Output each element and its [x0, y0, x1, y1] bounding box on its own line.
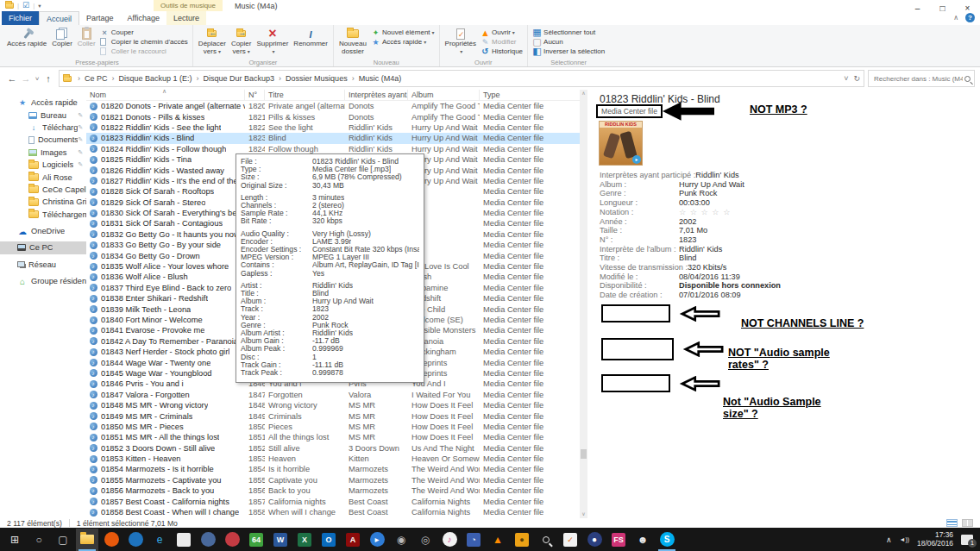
taskbar-icon-x64-app[interactable]: 64: [245, 529, 267, 551]
taskbar-icon-start[interactable]: ⊞: [3, 529, 26, 551]
taskbar-icon-windows-store[interactable]: [173, 529, 195, 551]
quick-access-button[interactable]: Accès rapide ▾: [369, 37, 437, 47]
sidebar-item[interactable]: Réseau: [0, 259, 86, 271]
table-row-01854 Marmozets - Is it horrible[interactable]: 01854 Marmozets - Is it horrible 1854 Is…: [86, 464, 580, 474]
action-center-icon[interactable]: 1: [961, 535, 973, 545]
rename-button[interactable]: Renommer: [291, 26, 330, 58]
explorer-system-icon[interactable]: [5, 3, 14, 9]
taskbar-icon-cd-app[interactable]: ◉: [390, 529, 412, 551]
copy-button[interactable]: Copier: [49, 26, 75, 58]
taskbar-icon-task-view[interactable]: ▢: [52, 529, 74, 551]
taskbar-icon-adobe-reader[interactable]: A: [342, 529, 364, 551]
taskbar-icon-excel[interactable]: X: [293, 529, 316, 551]
search-icon[interactable]: [964, 76, 971, 82]
new-folder-button[interactable]: Nouveau dossier: [336, 26, 369, 58]
taskbar-clock[interactable]: 17:36 18/06/2016: [917, 531, 953, 548]
taskbar-icon-itunes[interactable]: ♪: [438, 529, 461, 551]
breadcrumb[interactable]: › Ce PC › Disque Backup 1 (E:) › Disque …: [59, 70, 864, 87]
table-row-01853 Kitten - Heaven[interactable]: 01853 Kitten - Heaven 1853 Heaven Kitten…: [86, 454, 580, 464]
taskbar-icon-media-player[interactable]: ▸: [366, 529, 388, 551]
tab-lecture[interactable]: Lecture: [166, 11, 206, 25]
invert-selection-button[interactable]: Inverser la sélection: [531, 47, 606, 56]
breadcrumb-segment[interactable]: Disque Backup 1 (E:) ›: [117, 74, 202, 83]
scrollbar-thumb[interactable]: [581, 449, 587, 459]
details-view-button[interactable]: [946, 519, 958, 527]
pin-to-quick-access-button[interactable]: Accès rapide: [4, 26, 49, 58]
taskbar-icon-skype[interactable]: S: [656, 529, 678, 551]
move-to-button[interactable]: ← Déplacer vers▾: [196, 26, 229, 58]
taskbar-icon-dvd-app[interactable]: ◎: [414, 529, 437, 551]
sidebar-item[interactable]: Christina Grimmie (: [0, 196, 86, 208]
column-header[interactable]: Type: [480, 90, 587, 100]
taskbar-icon-search-tool[interactable]: [535, 529, 557, 551]
taskbar-icon-app-round-blue[interactable]: [197, 529, 219, 551]
refresh-icon[interactable]: ↻: [853, 74, 860, 83]
recent-locations-arrow[interactable]: ˅: [33, 75, 41, 83]
search-input[interactable]: [872, 74, 964, 84]
scroll-up-icon[interactable]: ∧: [580, 90, 587, 97]
qat-properties-icon[interactable]: ☑: [22, 2, 29, 9]
sidebar-item[interactable]: OneDrive: [0, 225, 86, 237]
table-row-01820 Donots - Private angel (alternate version)[interactable]: 01820 Donots - Private angel (alternate …: [86, 101, 580, 111]
volume-icon[interactable]: ◄)): [899, 536, 909, 542]
sidebar-item[interactable]: Accès rapide: [0, 97, 86, 109]
taskbar-icon-file-explorer[interactable]: [76, 529, 98, 551]
column-header[interactable]: N°: [245, 90, 265, 100]
taskbar-icon-password-app[interactable]: ●: [583, 529, 606, 551]
breadcrumb-segment[interactable]: Disque Dur Backup3 ›: [202, 74, 285, 83]
table-row-01821 Donots - Pills & kisses[interactable]: 01821 Donots - Pills & kisses 1821 Pills…: [86, 111, 580, 122]
table-row-01852 3 Doors Down - Still alive[interactable]: 01852 3 Doors Down - Still alive 1852 St…: [86, 443, 580, 454]
table-row-01823 Riddlin' Kids - Blind[interactable]: 01823 Riddlin' Kids - Blind 1823 Blind R…: [86, 133, 580, 143]
taskbar-icon-outlook[interactable]: O: [317, 529, 340, 551]
taskbar-icon-vlc[interactable]: ▲: [487, 529, 509, 551]
sidebar-item[interactable]: CeCe Capella: [0, 184, 86, 196]
copy-to-button[interactable]: → Copier vers▾: [229, 26, 254, 58]
sidebar-item[interactable]: Images: [0, 147, 86, 159]
table-row-01855 Marmozets - Captivate you[interactable]: 01855 Marmozets - Captivate you 1855 Cap…: [86, 475, 580, 485]
up-button[interactable]: ↑: [41, 73, 55, 84]
table-row-01849 MS MR - Criminals[interactable]: 01849 MS MR - Criminals 1849 Criminals M…: [86, 410, 580, 421]
qat-customize-arrow[interactable]: ▾: [38, 3, 41, 9]
select-all-button[interactable]: Sélectionner tout: [531, 28, 606, 37]
taskbar-icon-contacts-app[interactable]: ☻: [631, 529, 654, 551]
sidebar-item[interactable]: Documents: [0, 134, 86, 146]
taskbar-icon-word[interactable]: W: [269, 529, 292, 551]
taskbar-icon-sync-app[interactable]: ◔: [462, 529, 485, 551]
play-overlay-icon[interactable]: ▸: [632, 155, 641, 164]
taskbar-icon-verify-app[interactable]: ✓: [559, 529, 581, 551]
sidebar-item[interactable]: Téléchargement: [0, 209, 86, 221]
tab-fichier[interactable]: Fichier: [2, 11, 39, 25]
sidebar-item[interactable]: Bureau: [0, 109, 86, 121]
paste-shortcut-button[interactable]: Coller le raccourci: [98, 47, 190, 56]
taskbar-icon-cortana[interactable]: ○: [28, 529, 50, 551]
taskbar-icon-thunderbird[interactable]: [124, 529, 147, 551]
open-button[interactable]: Ouvrir ▾: [479, 28, 525, 37]
table-row-01857 Best Coast - California nights[interactable]: 01857 Best Coast - California nights 185…: [86, 496, 580, 506]
sidebar-item[interactable]: Ce PC: [0, 241, 86, 254]
breadcrumb-segment[interactable]: Ce PC ›: [83, 74, 117, 83]
breadcrumb-segment[interactable]: Dossier Musiques ›: [284, 74, 357, 83]
help-icon[interactable]: ?: [965, 13, 975, 22]
copy-path-button[interactable]: Copier le chemin d'accès: [98, 37, 190, 47]
new-item-button[interactable]: Nouvel élément ▾: [369, 28, 437, 37]
sidebar-item[interactable]: Téléchargements: [0, 122, 86, 134]
icons-view-button[interactable]: [962, 519, 973, 527]
sidebar-item[interactable]: Logiciels: [0, 159, 86, 171]
table-row-01851 MS MR - All the things lost[interactable]: 01851 MS MR - All the things lost 1851 A…: [86, 432, 580, 442]
edit-button[interactable]: Modifier: [479, 37, 525, 47]
breadcrumb-segment[interactable]: Music (M4a): [357, 74, 409, 83]
collapse-ribbon-icon[interactable]: ∧: [953, 14, 958, 22]
tab-accueil[interactable]: Accueil: [39, 11, 79, 25]
tray-chevron-icon[interactable]: ∧: [886, 535, 892, 544]
column-header[interactable]: Interprètes ayant p...: [345, 90, 408, 100]
table-row-01858 Best Coast - When will I change[interactable]: 01858 Best Coast - When will I change 18…: [86, 507, 580, 517]
taskbar-icon-security-app[interactable]: ●: [511, 529, 533, 551]
taskbar-icon-firefox[interactable]: [100, 529, 122, 551]
table-row-01856 Marmozets - Back to you[interactable]: 01856 Marmozets - Back to you 1856 Back …: [86, 485, 580, 496]
table-row-01850 MS MR - Pieces[interactable]: 01850 MS MR - Pieces 1850 Pieces MS MR H…: [86, 422, 580, 432]
taskbar-icon-faststone[interactable]: FS: [607, 529, 630, 551]
paste-button[interactable]: Coller: [75, 26, 98, 58]
sidebar-item[interactable]: Groupe résidentiel: [0, 275, 86, 287]
column-header[interactable]: Album: [408, 90, 480, 100]
tab-partage[interactable]: Partage: [79, 11, 121, 25]
